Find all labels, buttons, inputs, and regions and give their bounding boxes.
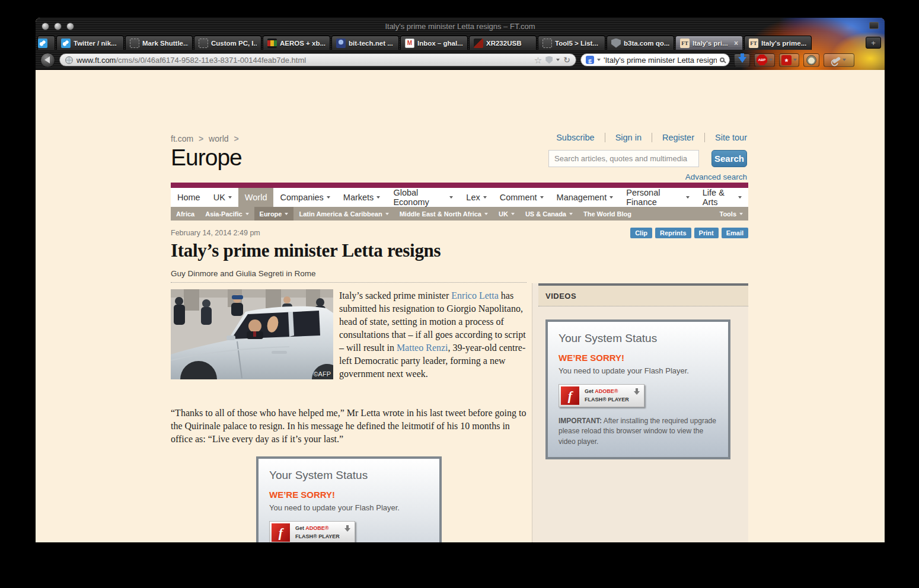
browser-tab[interactable]: Twitter / nik... xyxy=(56,36,124,50)
nav-item[interactable]: Management xyxy=(550,188,620,207)
browser-window: Italy's prime minister Letta resigns – F… xyxy=(36,18,885,542)
chevron-down-icon xyxy=(245,213,249,215)
subnav-item[interactable]: Middle East & North Africa xyxy=(394,207,493,220)
matteo-renzi-link[interactable]: Matteo Renzi xyxy=(397,343,448,353)
tab-favicon xyxy=(38,39,47,48)
nav-item-label: Home xyxy=(177,193,200,202)
article-action-button[interactable]: Email xyxy=(722,228,748,238)
browser-tab[interactable]: XR232USB xyxy=(469,36,537,50)
browser-tab[interactable]: Mark Shuttle... xyxy=(125,36,193,50)
password-manager-button[interactable]: * xyxy=(779,53,799,67)
flash-player-notice-article: Your System Status WE’RE SORRY! You need… xyxy=(256,456,442,542)
site-search-button[interactable]: Search xyxy=(711,150,747,167)
search-magnifier-icon[interactable] xyxy=(720,57,725,62)
nav-item[interactable]: Markets xyxy=(337,188,387,207)
subnav-item[interactable]: Latin America & Caribbean xyxy=(293,207,394,220)
breadcrumb-site[interactable]: ft.com xyxy=(171,134,193,143)
address-bar[interactable]: www.ft.com/cms/s/0/46af6174-9582-11e3-83… xyxy=(59,53,576,66)
subnav-item[interactable]: Africa xyxy=(171,207,200,220)
get-label: Get xyxy=(585,388,595,394)
nav-item[interactable]: Personal Finance xyxy=(620,188,696,207)
password-manager-dropdown-icon[interactable] xyxy=(793,59,797,61)
tab-favicon xyxy=(199,39,208,48)
breadcrumb-section[interactable]: world xyxy=(209,134,228,143)
download-button[interactable] xyxy=(734,53,750,67)
account-link[interactable]: Subscribe xyxy=(546,133,604,142)
greasemonkey-button[interactable] xyxy=(803,53,819,67)
breadcrumb: ft.com > world > xyxy=(171,134,242,143)
account-link[interactable]: Site tour xyxy=(704,133,747,142)
nav-item[interactable]: World xyxy=(238,188,274,207)
subnav-tools[interactable]: Tools xyxy=(714,207,748,220)
nav-item[interactable]: Life & Arts xyxy=(696,188,748,207)
window-resize-widget[interactable] xyxy=(869,22,879,29)
window-minimize-button[interactable] xyxy=(54,23,62,30)
browser-tab[interactable]: bit-tech.net ... xyxy=(331,36,399,50)
nav-item[interactable]: Home xyxy=(171,188,207,207)
back-button[interactable] xyxy=(40,53,55,68)
browser-tab[interactable] xyxy=(37,36,55,50)
search-engine-dropdown-icon[interactable] xyxy=(597,59,601,61)
site-search-input[interactable] xyxy=(548,150,699,167)
advanced-search-link[interactable]: Advanced search xyxy=(685,172,747,181)
window-close-button[interactable] xyxy=(42,23,49,30)
new-tab-button[interactable]: + xyxy=(866,37,881,49)
url-text[interactable]: www.ft.com/cms/s/0/46af6174-9582-11e3-83… xyxy=(76,56,531,65)
window-zoom-button[interactable] xyxy=(66,23,74,30)
browser-tab[interactable]: b3ta.com qo... xyxy=(607,36,674,50)
browser-tab[interactable]: Custom PC, I... xyxy=(194,36,261,50)
chevron-down-icon xyxy=(484,213,488,215)
web-search-box[interactable]: g 'Italy's prime minister Letta resigns" xyxy=(580,53,730,66)
browser-tab[interactable]: Tool5 > List... xyxy=(538,36,605,50)
article-paragraph-1: Italy’s sacked prime minister Enrico Let… xyxy=(339,289,526,381)
adblock-plus-button[interactable]: ABP xyxy=(754,53,775,67)
browser-tab[interactable]: FT Italy's pri... × xyxy=(675,36,743,50)
subnav-item-label: Latin America & Caribbean xyxy=(299,210,382,218)
article-date: February 14, 2014 2:49 pm xyxy=(171,229,260,237)
get-flash-player-button[interactable]: f Get ADOBE® FLASH® PLAYER xyxy=(559,384,644,407)
subnav-item[interactable]: UK xyxy=(493,207,520,220)
reload-icon[interactable]: ↻ xyxy=(563,56,570,64)
google-search-engine-icon[interactable]: g xyxy=(586,56,594,64)
tab-label: Twitter / nik... xyxy=(74,40,119,47)
nav-item[interactable]: Companies xyxy=(273,188,336,207)
article-action-button[interactable]: Print xyxy=(694,228,719,238)
shield-icon[interactable] xyxy=(545,56,553,64)
get-label: Get xyxy=(295,525,305,531)
tab-close-icon[interactable]: × xyxy=(734,40,738,47)
article-action-button[interactable]: Clip xyxy=(630,228,652,238)
article-headline: Italy’s prime minister Letta resigns xyxy=(171,240,441,261)
get-flash-button-text: Get ADOBE® FLASH® PLAYER xyxy=(295,525,340,541)
download-arrow-icon xyxy=(634,391,640,395)
article-action-button[interactable]: Reprints xyxy=(655,228,691,238)
browser-tab[interactable]: AEROS + xb... xyxy=(263,36,330,50)
subnav-item[interactable]: Europe xyxy=(254,207,294,220)
search-query-text[interactable]: 'Italy's prime minister Letta resigns" xyxy=(604,56,717,65)
subnav-item[interactable]: Asia-Pacific xyxy=(200,207,254,220)
subnav-item[interactable]: US & Canada xyxy=(520,207,578,220)
browser-tab[interactable]: M Inbox – ghal... xyxy=(400,36,468,50)
subnav-item-label: UK xyxy=(499,210,508,218)
adblock-dropdown-icon[interactable] xyxy=(769,59,773,61)
nav-item[interactable]: UK xyxy=(207,188,238,207)
window-titlebar[interactable]: Italy's prime minister Letta resigns – F… xyxy=(36,18,885,34)
nav-item[interactable]: Comment xyxy=(493,188,550,207)
browser-tab[interactable]: FT Italy's prime... xyxy=(744,36,812,50)
enrico-letta-link[interactable]: Enrico Letta xyxy=(451,290,499,301)
subnav-item[interactable]: The World Blog xyxy=(578,207,637,220)
account-link[interactable]: Sign in xyxy=(605,133,652,142)
flash-notice-sorry: WE’RE SORRY! xyxy=(559,353,717,363)
account-link[interactable]: Register xyxy=(652,133,704,142)
get-flash-player-button[interactable]: f Get ADOBE® FLASH® PLAYER xyxy=(269,521,355,542)
bookmark-star-icon[interactable]: ☆ xyxy=(534,56,542,65)
videos-section-header: VIDEOS xyxy=(538,283,748,306)
wrench-dropdown-icon[interactable] xyxy=(843,59,846,61)
subnav-item-label: Africa xyxy=(176,210,194,218)
tools-wrench-button[interactable] xyxy=(824,53,854,67)
chevron-down-icon xyxy=(511,213,515,215)
nav-item[interactable]: Lex xyxy=(460,188,493,207)
shield-dropdown-icon[interactable] xyxy=(556,59,560,61)
subnav-item-label: US & Canada xyxy=(525,210,566,218)
nav-item[interactable]: Global Economy xyxy=(387,188,460,207)
url-path: /cms/s/0/46af6174-9582-11e3-8371-00144fe… xyxy=(116,56,306,65)
